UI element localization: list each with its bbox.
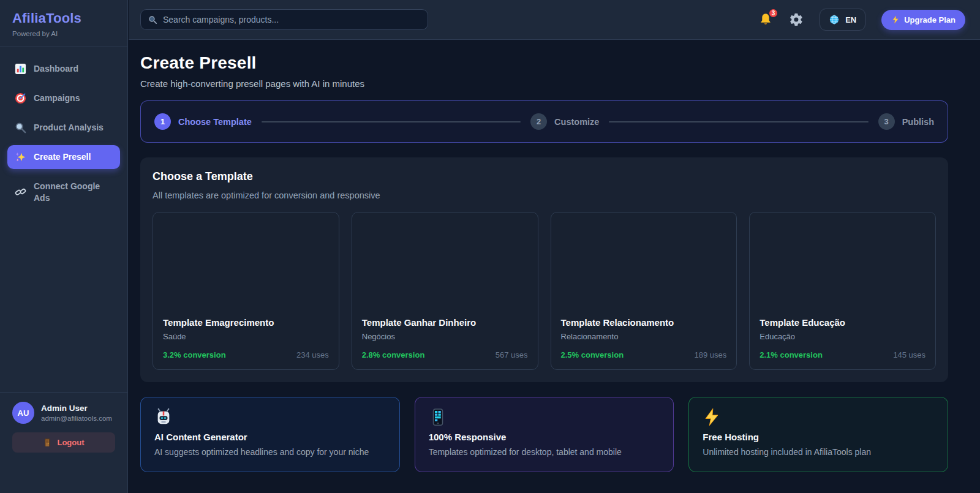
step-label: Choose Template [178,117,252,127]
sidebar-item-connect-google-ads[interactable]: Connect Google Ads [7,175,120,210]
notification-badge: 3 [768,8,778,18]
template-footer: 2.1% conversion 145 uses [760,350,925,359]
uses-count: 567 uses [496,350,528,359]
feature-title: AI Content Generator [154,432,386,442]
step-publish[interactable]: 3 Publish [878,113,934,130]
sidebar-nav: Dashboard Campaigns Product Analysis Cre… [0,47,127,216]
user-email: admin@afiliatools.com [41,415,112,422]
logout-label: Logout [57,438,84,447]
feature-title: Free Hosting [703,432,934,442]
user-block: AU Admin User admin@afiliatools.com Logo… [0,392,127,453]
upgrade-label: Upgrade Plan [904,15,956,24]
sidebar-item-label: Campaigns [34,92,80,104]
step-connector [262,121,521,122]
sidebar: AfiliaTools Powered by AI Dashboard Camp… [0,0,128,493]
language-label: EN [845,15,856,24]
step-number: 2 [530,113,547,130]
sidebar-item-product-analysis[interactable]: Product Analysis [7,116,120,140]
template-footer: 3.2% conversion 234 uses [163,350,329,359]
template-grid: Template Emagrecimento Saúde 3.2% conver… [153,212,936,370]
conversion-rate: 2.8% conversion [362,350,425,359]
sidebar-item-label: Dashboard [34,63,78,75]
step-connector [609,121,868,122]
sidebar-item-label: Create Presell [34,151,91,163]
logo-block: AfiliaTools Powered by AI [0,0,127,47]
conversion-rate: 2.1% conversion [760,350,823,359]
template-title: Template Educação [760,317,925,328]
phone-icon [429,408,447,426]
panel-subheading: All templates are optimized for conversi… [153,190,936,200]
sparkles-icon [15,151,26,163]
page-title: Create Presell [140,53,948,73]
topbar: 3 EN Upgrade Plan [129,0,980,40]
feature-description: AI suggests optimized headlines and copy… [154,447,386,457]
template-title: Template Emagrecimento [163,317,329,328]
feature-title: 100% Responsive [429,432,660,442]
step-customize[interactable]: 2 Customize [530,113,599,130]
bar-chart-icon [15,63,26,75]
uses-count: 189 uses [694,350,726,359]
brand-tagline: Powered by AI [12,30,115,37]
topbar-actions: 3 EN Upgrade Plan [758,9,965,31]
logout-button[interactable]: Logout [12,432,115,453]
page-subtitle: Create high-converting presell pages wit… [140,78,948,89]
step-label: Publish [902,117,934,127]
template-card-ganhar-dinheiro[interactable]: Template Ganhar Dinheiro Negócios 2.8% c… [352,212,538,370]
uses-count: 145 uses [893,350,925,359]
gear-icon [789,12,804,27]
panel-heading: Choose a Template [153,170,936,183]
sidebar-item-campaigns[interactable]: Campaigns [7,86,120,110]
uses-count: 234 uses [296,350,329,359]
sidebar-item-label: Connect Google Ads [34,181,113,204]
search-input[interactable] [163,15,420,24]
conversion-rate: 2.5% conversion [561,350,624,359]
search-icon [148,15,157,24]
bolt-icon [703,408,721,426]
bolt-icon [891,15,900,24]
template-card-educacao[interactable]: Template Educação Educação 2.1% conversi… [749,212,936,370]
door-icon [43,438,52,447]
template-card-relacionamento[interactable]: Template Relacionamento Relacionamento 2… [551,212,737,370]
sidebar-item-dashboard[interactable]: Dashboard [7,57,120,81]
step-choose-template[interactable]: 1 Choose Template [154,113,252,130]
template-footer: 2.8% conversion 567 uses [362,350,528,359]
sidebar-item-label: Product Analysis [34,122,104,134]
settings-button[interactable] [789,12,804,27]
template-title: Template Ganhar Dinheiro [362,317,528,328]
stepper: 1 Choose Template 2 Customize 3 Publish [140,100,948,143]
template-category: Educação [760,332,925,341]
feature-description: Unlimited hosting included in AfiliaTool… [703,447,934,457]
step-number: 1 [154,113,171,130]
feature-description: Templates optimized for desktop, tablet … [429,447,660,457]
template-footer: 2.5% conversion 189 uses [561,350,727,359]
feature-responsive: 100% Responsive Templates optimized for … [415,397,674,472]
template-category: Relacionamento [561,332,727,341]
user-row: AU Admin User admin@afiliatools.com [7,402,120,424]
feature-cards: AI Content Generator AI suggests optimiz… [140,397,948,472]
main-content: Create Presell Create high-converting pr… [129,40,980,493]
link-icon [15,186,26,198]
step-label: Customize [554,117,599,127]
robot-icon [154,408,173,426]
conversion-rate: 3.2% conversion [163,350,226,359]
step-number: 3 [878,113,895,130]
avatar: AU [12,402,34,424]
user-name: Admin User [41,404,112,413]
globe-icon [829,14,840,25]
template-card-emagrecimento[interactable]: Template Emagrecimento Saúde 3.2% conver… [153,212,339,370]
template-category: Saúde [163,332,329,341]
magnifier-icon [15,122,26,134]
search-bar [140,9,428,30]
language-selector[interactable]: EN [820,9,865,31]
upgrade-plan-button[interactable]: Upgrade Plan [881,10,965,30]
notifications-button[interactable]: 3 [758,12,773,27]
sidebar-item-create-presell[interactable]: Create Presell [7,145,120,169]
template-panel: Choose a Template All templates are opti… [140,157,948,382]
feature-ai-content-generator: AI Content Generator AI suggests optimiz… [140,397,400,472]
template-title: Template Relacionamento [561,317,727,328]
brand-logo: AfiliaTools [12,10,115,26]
feature-free-hosting: Free Hosting Unlimited hosting included … [688,397,948,472]
target-icon [15,92,26,104]
template-category: Negócios [362,332,528,341]
